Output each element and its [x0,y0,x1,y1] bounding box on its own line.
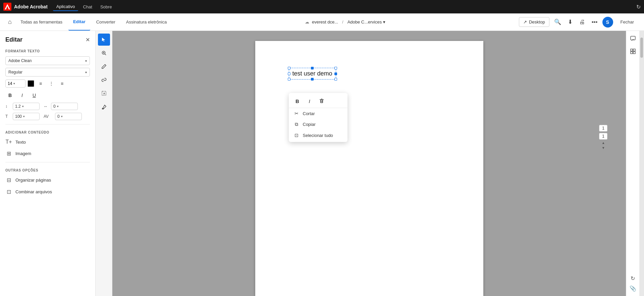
combine-files-item[interactable]: ⊡ Combinar arquivos [0,186,95,198]
color-swatch[interactable] [28,80,34,87]
bold-button[interactable]: B [5,91,15,100]
char-spacing-icon: ↔ [44,104,50,109]
download-icon[interactable]: ⬇ [566,16,575,28]
top-menu-bar: Adobe Acrobat Aplicativo Chat Sobre ↻ [0,0,644,13]
scroll-thumb[interactable] [640,38,643,58]
numbered-list-button[interactable]: ⋮ [47,79,56,88]
ctx-cut-item[interactable]: ✂ Cortar [289,108,347,119]
user-avatar[interactable]: S [602,17,613,28]
menu-aplicativo[interactable]: Aplicativo [53,3,78,11]
cursor-tool[interactable] [98,34,110,46]
ctx-bold-button[interactable]: B [293,96,302,106]
total-pages-box: 1 [599,133,607,140]
image-add-icon: ⊞ [5,150,12,157]
print-icon[interactable]: 🖨 [577,17,587,28]
divider-1 [5,124,90,125]
context-menu-toolbar: B I [289,94,347,108]
bullet-list-button[interactable]: ≡ [36,79,45,88]
svg-line-2 [105,54,106,55]
svg-marker-0 [5,4,10,9]
chevron-down-icon: ▾ [383,19,385,24]
handle-top-right[interactable] [334,67,337,69]
italic-button[interactable]: I [17,91,27,100]
ctx-delete-button[interactable] [317,96,326,106]
underline-button[interactable]: U [30,91,39,100]
cloud-icon: ☁ [305,19,309,24]
handle-bot-right[interactable] [334,78,337,81]
close-button[interactable]: Fechar [616,17,639,27]
nav-edit[interactable]: Editar [68,13,90,31]
handle-bot-mid[interactable] [311,78,314,81]
font-style-dropdown[interactable]: Regular ▾ [5,68,90,77]
horizontal-scale-input[interactable]: 100 ▾ [13,113,40,120]
tool-bar: A [96,31,112,296]
text-box-content: test user demo [292,70,332,77]
chevron-down-icon: ▾ [22,105,24,108]
page-number-box[interactable]: 1 [599,125,607,132]
sync-icon[interactable]: ↻ [636,4,641,10]
app-title: Adobe Acrobat [14,4,48,9]
attachment-icon[interactable]: 📎 [628,283,638,293]
font-name-dropdown[interactable]: Adobe Clean ▾ [5,56,90,65]
line-spacing-icon: ↕ [5,104,11,109]
add-image-item[interactable]: ⊞ Imagem [0,148,95,159]
kerning-icon: AV [44,114,54,119]
link-tool[interactable] [98,74,110,86]
zoom-tool[interactable] [98,47,110,59]
ctx-select-all-item[interactable]: ⊡ Selecionar tudo [289,130,347,141]
line-spacing-input[interactable]: 1.2 ▾ [13,103,40,110]
add-text-item[interactable]: T+ Texto [0,136,95,148]
pdf-page: test user demo B I [255,41,483,296]
svg-rect-14 [633,52,635,54]
home-button[interactable]: ⌂ [5,17,14,27]
breadcrumb-doc[interactable]: Adobe C...ervices ▾ [347,19,386,24]
scrollbar[interactable] [639,31,644,296]
scroll-up-arrow[interactable]: ▲ [602,141,605,145]
chevron-down-icon: ▾ [57,105,59,108]
line-spacing-row: ↕ 1.2 ▾ ↔ 0 ▾ [0,101,95,111]
desktop-button[interactable]: ↗ Desktop [519,17,549,27]
handle-top-left[interactable] [288,67,290,69]
handle-mid-left[interactable] [288,72,290,75]
font-size-input[interactable]: 14 ▾ [5,80,25,88]
menu-chat[interactable]: Chat [79,3,95,11]
nav-all-tools[interactable]: Todas as ferramentas [16,13,67,31]
text-selection-box[interactable]: test user demo [289,68,336,80]
font-name-row: Adobe Clean ▾ [0,55,95,66]
pencil-tool[interactable] [98,60,110,72]
scroll-down-arrow[interactable]: ▼ [602,146,605,150]
handle-bot-left[interactable] [288,78,290,81]
select-all-icon: ⊡ [293,133,300,138]
copy-icon: ⧉ [293,121,300,127]
ctx-italic-button[interactable]: I [305,96,314,106]
nav-right-actions: ↗ Desktop 🔍 ⬇ 🖨 ••• S Fechar [519,16,639,28]
panel-close-icon[interactable]: ✕ [86,37,90,43]
align-button[interactable]: ≡ [58,79,66,88]
handle-mid-right[interactable] [334,72,337,75]
char-spacing-input[interactable]: 0 ▾ [51,103,78,110]
nav-convert[interactable]: Converter [92,13,120,31]
kerning-input[interactable]: 0 ▾ [55,113,82,120]
comments-icon[interactable] [628,34,638,44]
size-color-row: 14 ▾ ≡ ⋮ ≡ [0,78,95,89]
edit-panel: Editar ✕ FORMATAR TEXTO Adobe Clean ▾ Re… [0,31,96,296]
ctx-copy-item[interactable]: ⧉ Copiar [289,119,347,130]
more-options-icon[interactable]: ••• [590,17,600,28]
nav-signature[interactable]: Assinatura eletrônica [121,13,171,31]
select-area-tool[interactable]: A [98,87,110,99]
breadcrumb-file[interactable]: everest dce... [312,19,338,24]
organize-pages-item[interactable]: ⊟ Organizar páginas [0,174,95,186]
panel-header: Editar ✕ [0,31,95,46]
chevron-down-icon: ▾ [85,59,87,63]
handle-top-mid[interactable] [311,67,314,69]
main-layout: Editar ✕ FORMATAR TEXTO Adobe Clean ▾ Re… [0,31,644,296]
page-nav-area: 1 1 ▲ ▼ [599,125,607,150]
menu-sobre[interactable]: Sobre [97,3,115,11]
text-add-icon: T+ [5,139,12,145]
refresh-icon[interactable]: ↻ [628,273,638,283]
svg-rect-11 [631,49,633,51]
grid-icon[interactable] [628,46,638,56]
scale-kerning-row: T 100 ▾ AV 0 ▾ [0,111,95,121]
highlight-tool[interactable] [98,101,110,113]
search-icon[interactable]: 🔍 [552,16,563,28]
